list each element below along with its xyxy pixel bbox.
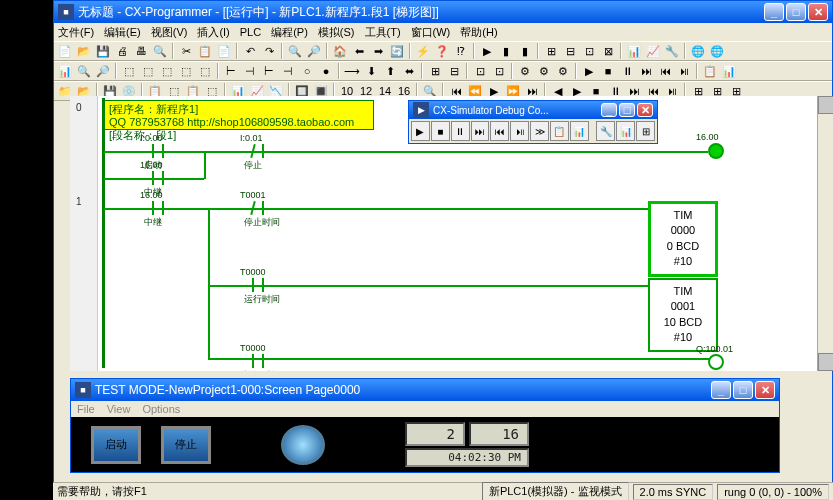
minimize-button[interactable]: _ [764,3,784,21]
toolbar-button[interactable]: ⁉ [452,42,470,60]
toolbar-button[interactable]: ⊡ [490,62,508,80]
toolbar-button[interactable]: 🖶 [132,42,150,60]
toolbar-button[interactable]: ⬌ [400,62,418,80]
toolbar-button[interactable]: 🌐 [689,42,707,60]
toolbar-button[interactable]: ↶ [241,42,259,60]
toolbar-button[interactable]: ↷ [260,42,278,60]
debug-button[interactable]: ⏯ [510,121,529,141]
debug-button[interactable]: ⏭ [471,121,490,141]
debug-button[interactable]: ■ [431,121,450,141]
toolbar-button[interactable]: ⊠ [599,42,617,60]
toolbar-button[interactable]: 📈 [644,42,662,60]
toolbar-button[interactable]: ⊞ [542,42,560,60]
toolbar-button[interactable]: ⊢ [260,62,278,80]
toolbar-button[interactable]: ❓ [433,42,451,60]
toolbar-button[interactable]: ● [317,62,335,80]
main-titlebar[interactable]: ■ 无标题 - CX-Programmer - [[运行中] - 新PLC1.新… [54,1,832,23]
toolbar-button[interactable]: ⊡ [471,62,489,80]
toolbar-button[interactable]: ⊣ [241,62,259,80]
toolbar-button[interactable]: 🏠 [331,42,349,60]
toolbar-button[interactable]: ➡ [369,42,387,60]
debug-button[interactable]: ⏸ [451,121,470,141]
toolbar-button[interactable]: ⏮ [656,62,674,80]
toolbar-button[interactable]: ⬚ [139,62,157,80]
toolbar-button[interactable]: ⊣ [279,62,297,80]
toolbar-button[interactable]: 🌐 [708,42,726,60]
toolbar-button[interactable]: ⟶ [343,62,361,80]
contact[interactable] [148,201,168,215]
toolbar-button[interactable]: 📋 [701,62,719,80]
debug-console[interactable]: ▶ CX-Simulator Debug Co... _ □ ✕ ▶■⏸⏭⏮⏯≫… [408,100,658,144]
toolbar-button[interactable]: 📄 [215,42,233,60]
close-button[interactable]: ✕ [808,3,828,21]
toolbar-button[interactable]: 📊 [720,62,738,80]
debug-button[interactable]: 📋 [550,121,569,141]
debug-button[interactable]: ⊞ [636,121,655,141]
toolbar-button[interactable]: ▮ [516,42,534,60]
contact[interactable] [148,171,168,185]
toolbar-button[interactable]: ⚙ [516,62,534,80]
debug-button[interactable]: 🔧 [596,121,615,141]
menu-item[interactable]: PLC [240,26,261,38]
function-block-tim[interactable]: TIM 0000 0 BCD #10 [648,201,718,277]
toolbar-button[interactable]: 📄 [56,42,74,60]
toolbar-button[interactable]: ⬚ [120,62,138,80]
test-menu-item[interactable]: View [107,403,131,415]
test-menu-item[interactable]: File [77,403,95,415]
toolbar-button[interactable]: ⊟ [445,62,463,80]
toolbar-button[interactable]: ▶ [478,42,496,60]
maximize-button[interactable]: □ [786,3,806,21]
toolbar-button[interactable]: 🖨 [113,42,131,60]
toolbar-button[interactable]: 📋 [196,42,214,60]
function-block-tim[interactable]: TIM 0001 10 BCD #10 [648,278,718,352]
toolbar-button[interactable]: ⬚ [158,62,176,80]
coil[interactable] [708,143,724,159]
test-close[interactable]: ✕ [755,381,775,399]
debug-button[interactable]: ⏮ [490,121,509,141]
debug-button[interactable]: 📊 [616,121,635,141]
toolbar-button[interactable]: ⚡ [414,42,432,60]
toolbar-button[interactable]: ⚙ [554,62,572,80]
contact[interactable] [248,354,268,368]
toolbar-button[interactable]: ⬚ [177,62,195,80]
menu-item[interactable]: 工具(T) [365,25,401,40]
contact[interactable] [148,144,168,158]
debug-close[interactable]: ✕ [637,103,653,117]
toolbar-button[interactable]: ■ [599,62,617,80]
toolbar-button[interactable]: ⊟ [561,42,579,60]
toolbar-button[interactable]: ⬇ [362,62,380,80]
vertical-scrollbar[interactable] [817,96,833,371]
hmi-start-button[interactable]: 启动 [91,426,141,464]
debug-minimize[interactable]: _ [601,103,617,117]
menu-item[interactable]: 编程(P) [271,25,308,40]
debug-button[interactable]: ≫ [530,121,549,141]
menu-item[interactable]: 模拟(S) [318,25,355,40]
menu-item[interactable]: 帮助(H) [460,25,497,40]
toolbar-button[interactable]: ✂ [177,42,195,60]
test-menu-item[interactable]: Options [142,403,180,415]
toolbar-button[interactable]: ○ [298,62,316,80]
debug-button[interactable]: ▶ [411,121,430,141]
toolbar-button[interactable]: 🔎 [305,42,323,60]
toolbar-button[interactable]: ⊢ [222,62,240,80]
toolbar-button[interactable]: 🔍 [75,62,93,80]
toolbar-button[interactable]: ⬚ [196,62,214,80]
toolbar-button[interactable]: ⊞ [426,62,444,80]
toolbar-button[interactable]: 🔧 [663,42,681,60]
test-titlebar[interactable]: ■ TEST MODE-NewProject1-000:Screen Page0… [71,379,779,401]
toolbar-button[interactable]: ⚙ [535,62,553,80]
debug-button[interactable]: 📊 [570,121,589,141]
hmi-stop-button[interactable]: 停止 [161,426,211,464]
toolbar-button[interactable]: ⏸ [618,62,636,80]
toolbar-button[interactable]: ⏯ [675,62,693,80]
toolbar-button[interactable]: 📊 [56,62,74,80]
contact[interactable] [248,278,268,292]
toolbar-button[interactable]: 🔄 [388,42,406,60]
toolbar-button[interactable]: 🔍 [151,42,169,60]
test-minimize[interactable]: _ [711,381,731,399]
toolbar-button[interactable]: 📂 [75,42,93,60]
debug-maximize[interactable]: □ [619,103,635,117]
toolbar-button[interactable]: ⬆ [381,62,399,80]
menu-item[interactable]: 文件(F) [58,25,94,40]
toolbar-button[interactable]: ⏭ [637,62,655,80]
